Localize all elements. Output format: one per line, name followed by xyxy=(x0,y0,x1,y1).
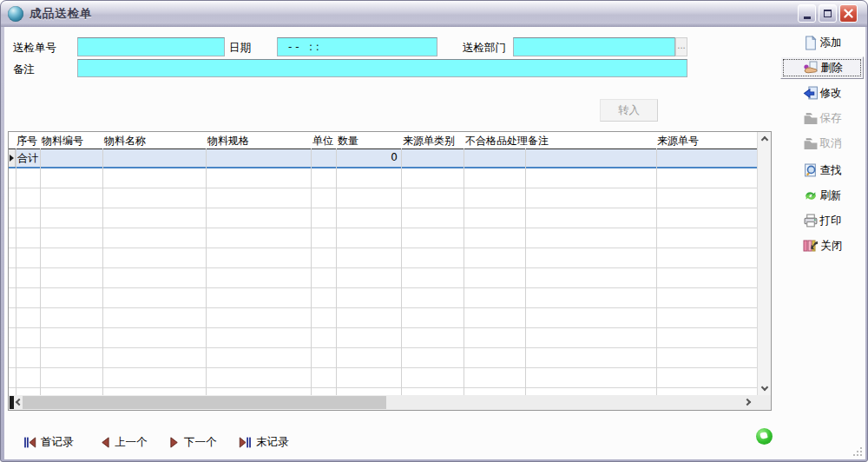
refresh-button[interactable]: 刷新 xyxy=(780,184,864,207)
save-icon xyxy=(803,111,819,126)
grid-column-divider xyxy=(206,148,207,395)
col-header-unit: 单位 xyxy=(312,134,333,148)
previous-record-icon xyxy=(100,437,110,448)
grid-empty-rows xyxy=(9,168,757,395)
last-record-icon xyxy=(239,437,252,448)
app-window: 成品送检单 送检单号 日期 - - : : 送检部门 ... 备注 转入 序号 … xyxy=(0,0,868,462)
chevron-left-icon[interactable] xyxy=(16,399,23,406)
col-header-spec: 物料规格 xyxy=(207,134,249,148)
cancel-button[interactable]: 取消 xyxy=(780,132,864,155)
date-label: 日期 xyxy=(229,41,251,55)
resize-grip[interactable] xyxy=(852,446,864,458)
add-document-icon xyxy=(803,36,819,50)
print-button[interactable]: 打印 xyxy=(780,209,864,232)
app-icon xyxy=(8,6,23,22)
refresh-icon xyxy=(803,188,819,203)
horizontal-scroll-thumb[interactable] xyxy=(23,396,386,409)
grid-column-divider xyxy=(311,148,312,395)
grid-column-divider xyxy=(102,148,103,395)
grid-indicator-bar xyxy=(10,396,14,409)
modify-button[interactable]: 修改 xyxy=(780,82,864,104)
scroll-down-button[interactable] xyxy=(758,381,772,395)
minimize-button[interactable] xyxy=(798,4,816,23)
last-record-button[interactable]: 末记录 xyxy=(239,434,289,450)
add-button[interactable]: 添加 xyxy=(780,31,864,54)
grid-column-divider xyxy=(401,148,402,395)
delete-icon xyxy=(802,61,819,75)
first-record-button[interactable]: 首记录 xyxy=(23,434,74,450)
total-quantity: 0 xyxy=(337,151,398,163)
grid-column-divider xyxy=(464,148,464,395)
vertical-scrollbar[interactable] xyxy=(757,132,771,395)
cancel-icon xyxy=(803,136,819,151)
remark-input[interactable] xyxy=(77,59,687,77)
status-green-icon xyxy=(756,428,773,445)
row-selector xyxy=(9,149,16,167)
chevron-up-icon xyxy=(761,136,768,143)
col-header-code: 物料编号 xyxy=(42,134,83,148)
find-button[interactable]: 查找 xyxy=(780,159,864,182)
grid-column-divider xyxy=(40,148,41,395)
previous-record-button[interactable]: 上一个 xyxy=(100,434,148,450)
next-record-icon xyxy=(169,437,180,448)
next-record-button[interactable]: 下一个 xyxy=(169,434,217,450)
delete-button[interactable]: 删除 xyxy=(780,56,864,79)
first-record-icon xyxy=(23,437,36,448)
detail-grid[interactable]: 序号 物料编号 物料名称 物料规格 单位 数量 来源单类别 不合格品处理备注 来… xyxy=(8,131,772,411)
window-controls xyxy=(798,4,858,23)
col-header-qty: 数量 xyxy=(338,134,358,148)
dept-browse-button[interactable]: ... xyxy=(675,37,687,56)
horizontal-scrollbar[interactable] xyxy=(9,395,771,410)
close-form-button[interactable]: 关闭 xyxy=(780,234,864,257)
col-header-srcno: 来源单号 xyxy=(657,134,699,148)
close-form-icon xyxy=(802,239,819,253)
date-input[interactable]: - - : : xyxy=(277,37,437,56)
grid-column-divider xyxy=(336,148,337,395)
current-row-arrow-icon xyxy=(10,155,14,162)
transfer-in-button[interactable]: 转入 xyxy=(600,99,658,122)
col-header-name: 物料名称 xyxy=(104,134,146,148)
titlebar[interactable]: 成品送检单 xyxy=(1,1,867,27)
dept-label: 送检部门 xyxy=(463,41,506,55)
client-area: 送检单号 日期 - - : : 送检部门 ... 备注 转入 序号 物料编号 物… xyxy=(4,27,865,459)
col-header-remark: 不合格品处理备注 xyxy=(465,134,549,148)
save-button[interactable]: 保存 xyxy=(780,107,864,129)
grid-column-divider xyxy=(16,148,16,395)
modify-icon xyxy=(803,86,819,101)
total-label: 合计 xyxy=(17,151,38,166)
grid-column-divider xyxy=(525,148,526,395)
close-button[interactable] xyxy=(839,4,858,23)
minimize-icon xyxy=(804,16,811,19)
print-icon xyxy=(803,214,819,228)
find-icon xyxy=(803,163,819,178)
order-no-input[interactable] xyxy=(77,37,225,56)
remark-label: 备注 xyxy=(13,63,35,76)
scroll-up-button[interactable] xyxy=(758,132,772,146)
col-header-srctype: 来源单类别 xyxy=(403,134,455,148)
chevron-down-icon xyxy=(761,384,768,391)
chevron-right-icon[interactable] xyxy=(744,399,751,406)
grid-column-divider xyxy=(656,148,657,395)
table-row-total[interactable]: 合计 0 xyxy=(9,148,757,168)
maximize-icon xyxy=(824,10,832,17)
order-no-label: 送检单号 xyxy=(13,41,56,55)
col-header-seq: 序号 xyxy=(16,134,37,148)
close-icon xyxy=(844,9,853,18)
maximize-button[interactable] xyxy=(819,4,837,23)
dept-input[interactable] xyxy=(513,37,675,56)
window-title: 成品送检单 xyxy=(30,6,93,22)
